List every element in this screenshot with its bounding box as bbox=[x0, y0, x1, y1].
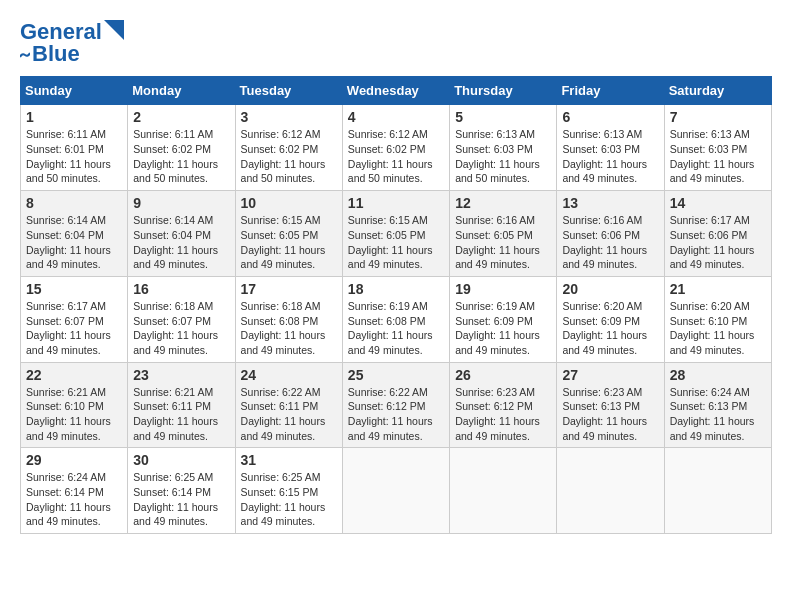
day-info: Sunrise: 6:17 AM Sunset: 6:06 PM Dayligh… bbox=[670, 213, 766, 272]
logo: General Blue bbox=[20, 20, 124, 66]
day-number: 7 bbox=[670, 109, 766, 125]
day-number: 29 bbox=[26, 452, 122, 468]
day-info: Sunrise: 6:21 AM Sunset: 6:11 PM Dayligh… bbox=[133, 385, 229, 444]
calendar-cell: 1Sunrise: 6:11 AM Sunset: 6:01 PM Daylig… bbox=[21, 105, 128, 191]
calendar-week-row: 8Sunrise: 6:14 AM Sunset: 6:04 PM Daylig… bbox=[21, 191, 772, 277]
day-info: Sunrise: 6:14 AM Sunset: 6:04 PM Dayligh… bbox=[133, 213, 229, 272]
day-number: 19 bbox=[455, 281, 551, 297]
calendar-cell bbox=[450, 448, 557, 534]
calendar-cell: 13Sunrise: 6:16 AM Sunset: 6:06 PM Dayli… bbox=[557, 191, 664, 277]
calendar-header-friday: Friday bbox=[557, 77, 664, 105]
calendar-cell: 18Sunrise: 6:19 AM Sunset: 6:08 PM Dayli… bbox=[342, 276, 449, 362]
day-info: Sunrise: 6:23 AM Sunset: 6:13 PM Dayligh… bbox=[562, 385, 658, 444]
calendar-cell: 23Sunrise: 6:21 AM Sunset: 6:11 PM Dayli… bbox=[128, 362, 235, 448]
calendar-cell: 29Sunrise: 6:24 AM Sunset: 6:14 PM Dayli… bbox=[21, 448, 128, 534]
day-number: 15 bbox=[26, 281, 122, 297]
calendar-cell: 15Sunrise: 6:17 AM Sunset: 6:07 PM Dayli… bbox=[21, 276, 128, 362]
calendar-header-tuesday: Tuesday bbox=[235, 77, 342, 105]
calendar-header-thursday: Thursday bbox=[450, 77, 557, 105]
day-number: 12 bbox=[455, 195, 551, 211]
day-info: Sunrise: 6:15 AM Sunset: 6:05 PM Dayligh… bbox=[348, 213, 444, 272]
svg-marker-0 bbox=[104, 20, 124, 40]
calendar-cell: 20Sunrise: 6:20 AM Sunset: 6:09 PM Dayli… bbox=[557, 276, 664, 362]
calendar-cell: 3Sunrise: 6:12 AM Sunset: 6:02 PM Daylig… bbox=[235, 105, 342, 191]
calendar-cell: 26Sunrise: 6:23 AM Sunset: 6:12 PM Dayli… bbox=[450, 362, 557, 448]
calendar-cell: 4Sunrise: 6:12 AM Sunset: 6:02 PM Daylig… bbox=[342, 105, 449, 191]
calendar-cell: 5Sunrise: 6:13 AM Sunset: 6:03 PM Daylig… bbox=[450, 105, 557, 191]
day-number: 14 bbox=[670, 195, 766, 211]
day-number: 9 bbox=[133, 195, 229, 211]
calendar-cell: 12Sunrise: 6:16 AM Sunset: 6:05 PM Dayli… bbox=[450, 191, 557, 277]
day-number: 4 bbox=[348, 109, 444, 125]
day-info: Sunrise: 6:19 AM Sunset: 6:08 PM Dayligh… bbox=[348, 299, 444, 358]
day-info: Sunrise: 6:13 AM Sunset: 6:03 PM Dayligh… bbox=[670, 127, 766, 186]
day-number: 17 bbox=[241, 281, 337, 297]
calendar-cell: 7Sunrise: 6:13 AM Sunset: 6:03 PM Daylig… bbox=[664, 105, 771, 191]
day-info: Sunrise: 6:12 AM Sunset: 6:02 PM Dayligh… bbox=[241, 127, 337, 186]
calendar-cell: 19Sunrise: 6:19 AM Sunset: 6:09 PM Dayli… bbox=[450, 276, 557, 362]
page-header: General Blue bbox=[20, 20, 772, 66]
logo-text-blue: Blue bbox=[32, 42, 80, 66]
calendar-table: SundayMondayTuesdayWednesdayThursdayFrid… bbox=[20, 76, 772, 534]
day-info: Sunrise: 6:11 AM Sunset: 6:01 PM Dayligh… bbox=[26, 127, 122, 186]
day-info: Sunrise: 6:22 AM Sunset: 6:12 PM Dayligh… bbox=[348, 385, 444, 444]
calendar-cell: 10Sunrise: 6:15 AM Sunset: 6:05 PM Dayli… bbox=[235, 191, 342, 277]
day-number: 25 bbox=[348, 367, 444, 383]
day-info: Sunrise: 6:20 AM Sunset: 6:10 PM Dayligh… bbox=[670, 299, 766, 358]
day-number: 21 bbox=[670, 281, 766, 297]
calendar-cell: 24Sunrise: 6:22 AM Sunset: 6:11 PM Dayli… bbox=[235, 362, 342, 448]
day-number: 27 bbox=[562, 367, 658, 383]
day-info: Sunrise: 6:24 AM Sunset: 6:13 PM Dayligh… bbox=[670, 385, 766, 444]
day-info: Sunrise: 6:16 AM Sunset: 6:05 PM Dayligh… bbox=[455, 213, 551, 272]
day-number: 23 bbox=[133, 367, 229, 383]
calendar-cell: 6Sunrise: 6:13 AM Sunset: 6:03 PM Daylig… bbox=[557, 105, 664, 191]
calendar-week-row: 29Sunrise: 6:24 AM Sunset: 6:14 PM Dayli… bbox=[21, 448, 772, 534]
day-number: 10 bbox=[241, 195, 337, 211]
calendar-cell: 9Sunrise: 6:14 AM Sunset: 6:04 PM Daylig… bbox=[128, 191, 235, 277]
day-info: Sunrise: 6:22 AM Sunset: 6:11 PM Dayligh… bbox=[241, 385, 337, 444]
day-number: 31 bbox=[241, 452, 337, 468]
day-info: Sunrise: 6:23 AM Sunset: 6:12 PM Dayligh… bbox=[455, 385, 551, 444]
day-info: Sunrise: 6:15 AM Sunset: 6:05 PM Dayligh… bbox=[241, 213, 337, 272]
calendar-header-monday: Monday bbox=[128, 77, 235, 105]
day-info: Sunrise: 6:13 AM Sunset: 6:03 PM Dayligh… bbox=[562, 127, 658, 186]
calendar-week-row: 1Sunrise: 6:11 AM Sunset: 6:01 PM Daylig… bbox=[21, 105, 772, 191]
calendar-cell bbox=[664, 448, 771, 534]
day-info: Sunrise: 6:24 AM Sunset: 6:14 PM Dayligh… bbox=[26, 470, 122, 529]
day-number: 11 bbox=[348, 195, 444, 211]
calendar-week-row: 15Sunrise: 6:17 AM Sunset: 6:07 PM Dayli… bbox=[21, 276, 772, 362]
calendar-cell: 31Sunrise: 6:25 AM Sunset: 6:15 PM Dayli… bbox=[235, 448, 342, 534]
day-number: 20 bbox=[562, 281, 658, 297]
calendar-cell bbox=[342, 448, 449, 534]
day-number: 30 bbox=[133, 452, 229, 468]
day-number: 5 bbox=[455, 109, 551, 125]
calendar-cell: 25Sunrise: 6:22 AM Sunset: 6:12 PM Dayli… bbox=[342, 362, 449, 448]
day-number: 28 bbox=[670, 367, 766, 383]
calendar-cell bbox=[557, 448, 664, 534]
day-number: 2 bbox=[133, 109, 229, 125]
calendar-cell: 14Sunrise: 6:17 AM Sunset: 6:06 PM Dayli… bbox=[664, 191, 771, 277]
day-number: 22 bbox=[26, 367, 122, 383]
calendar-cell: 22Sunrise: 6:21 AM Sunset: 6:10 PM Dayli… bbox=[21, 362, 128, 448]
calendar-cell: 8Sunrise: 6:14 AM Sunset: 6:04 PM Daylig… bbox=[21, 191, 128, 277]
day-number: 26 bbox=[455, 367, 551, 383]
day-info: Sunrise: 6:13 AM Sunset: 6:03 PM Dayligh… bbox=[455, 127, 551, 186]
day-number: 18 bbox=[348, 281, 444, 297]
day-info: Sunrise: 6:11 AM Sunset: 6:02 PM Dayligh… bbox=[133, 127, 229, 186]
day-info: Sunrise: 6:16 AM Sunset: 6:06 PM Dayligh… bbox=[562, 213, 658, 272]
calendar-cell: 16Sunrise: 6:18 AM Sunset: 6:07 PM Dayli… bbox=[128, 276, 235, 362]
calendar-header-row: SundayMondayTuesdayWednesdayThursdayFrid… bbox=[21, 77, 772, 105]
day-info: Sunrise: 6:18 AM Sunset: 6:08 PM Dayligh… bbox=[241, 299, 337, 358]
day-info: Sunrise: 6:14 AM Sunset: 6:04 PM Dayligh… bbox=[26, 213, 122, 272]
calendar-cell: 11Sunrise: 6:15 AM Sunset: 6:05 PM Dayli… bbox=[342, 191, 449, 277]
day-number: 16 bbox=[133, 281, 229, 297]
calendar-cell: 27Sunrise: 6:23 AM Sunset: 6:13 PM Dayli… bbox=[557, 362, 664, 448]
calendar-header-sunday: Sunday bbox=[21, 77, 128, 105]
day-number: 6 bbox=[562, 109, 658, 125]
day-number: 24 bbox=[241, 367, 337, 383]
calendar-cell: 30Sunrise: 6:25 AM Sunset: 6:14 PM Dayli… bbox=[128, 448, 235, 534]
calendar-cell: 17Sunrise: 6:18 AM Sunset: 6:08 PM Dayli… bbox=[235, 276, 342, 362]
calendar-cell: 2Sunrise: 6:11 AM Sunset: 6:02 PM Daylig… bbox=[128, 105, 235, 191]
day-info: Sunrise: 6:20 AM Sunset: 6:09 PM Dayligh… bbox=[562, 299, 658, 358]
day-number: 3 bbox=[241, 109, 337, 125]
